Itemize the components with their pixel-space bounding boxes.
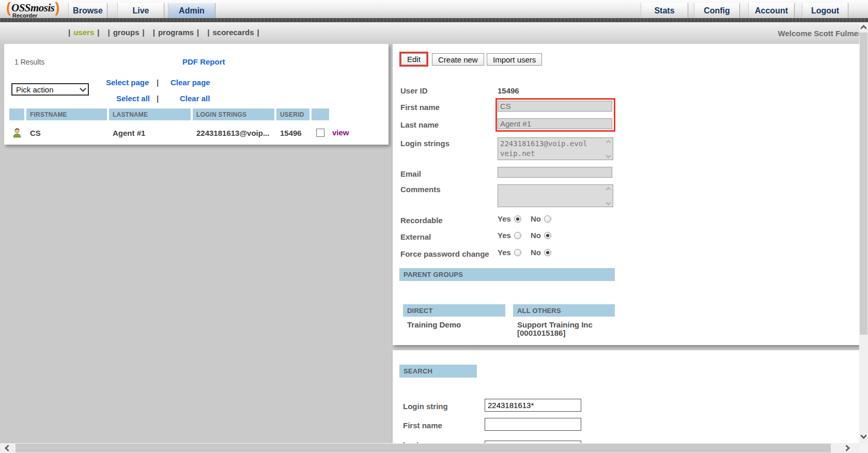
- table-row: CS Agent #1 2243181613@voip... 15496: [9, 125, 329, 140]
- last-name-field: [498, 118, 612, 129]
- user-avatar-icon: [12, 128, 22, 138]
- cell-firstname: CS: [26, 125, 107, 140]
- select-page-link[interactable]: Select page: [106, 78, 149, 87]
- external-yes-radio[interactable]: [514, 232, 521, 239]
- scroll-down-arrow-icon[interactable]: [860, 432, 867, 439]
- nav-item-programs[interactable]: | programs |: [153, 28, 199, 37]
- results-panel: 1 Results PDF Report Select page | Clear…: [4, 44, 389, 145]
- header-firstname: FIRSTNAME: [26, 108, 107, 120]
- header-actions-col: [312, 108, 329, 120]
- create-new-button[interactable]: Create new: [432, 53, 484, 66]
- scroll-up-icon[interactable]: [606, 187, 611, 192]
- logo-swoosh-left: (: [6, 0, 11, 16]
- row-checkbox[interactable]: [316, 129, 324, 137]
- scroll-left-arrow-icon[interactable]: [5, 445, 11, 451]
- recordable-radio-group: Yes No: [498, 214, 557, 223]
- table-header-row: FIRSTNAME LASTNAME LOGIN STRINGS USERID: [9, 108, 329, 120]
- edit-annotation-highlight: Edit: [399, 52, 428, 67]
- external-no-radio[interactable]: [544, 232, 551, 239]
- last-name-label: Last name: [400, 120, 439, 129]
- nav-item-users[interactable]: | users |: [68, 28, 99, 37]
- force-password-no-radio[interactable]: [544, 249, 551, 256]
- select-all-link[interactable]: Select all: [116, 94, 150, 103]
- force-password-radio-group: Yes No: [498, 248, 557, 257]
- search-panel: SEARCH Login string First name Last name: [393, 350, 859, 443]
- login-strings-label: Login strings: [400, 139, 450, 148]
- scroll-up-icon[interactable]: [606, 140, 611, 145]
- vertical-scroll-thumb[interactable]: [860, 33, 867, 335]
- search-login-string-input[interactable]: [485, 399, 581, 412]
- vertical-scrollbar[interactable]: [859, 22, 868, 443]
- recordable-label: Recordable: [400, 216, 443, 225]
- cell-userid: 15496: [276, 125, 309, 140]
- all-others-group-item: Support Training Inc [0001015186]: [517, 321, 608, 337]
- search-login-string-label: Login string: [403, 402, 448, 411]
- sub-navbar: | users | | groups | | programs | | scor…: [0, 22, 868, 44]
- user-id-value: 15496: [498, 86, 519, 95]
- force-password-yes-radio[interactable]: [514, 249, 521, 256]
- user-id-label: User ID: [400, 86, 428, 95]
- horizontal-scroll-thumb[interactable]: [16, 444, 831, 452]
- cell-lastname: Agent #1: [109, 125, 191, 140]
- tab-admin[interactable]: Admin: [168, 3, 215, 18]
- force-password-change-label: Force password change: [400, 249, 489, 258]
- login-strings-field: 2243181613@voip.evolveip.net: [498, 137, 613, 160]
- nav-item-scorecards[interactable]: | scorecards |: [207, 28, 259, 37]
- email-field: [498, 167, 612, 178]
- logo-swoosh-right: ): [55, 0, 60, 16]
- external-radio-group: Yes No: [498, 231, 557, 240]
- search-first-name-input[interactable]: [485, 418, 581, 431]
- tab-browse[interactable]: Browse: [68, 3, 107, 18]
- first-name-field: [498, 101, 612, 112]
- header-login-strings: LOGIN STRINGS: [193, 108, 274, 120]
- comments-label: Comments: [400, 185, 441, 194]
- external-label: External: [400, 232, 431, 241]
- cell-login-strings: 2243181613@voip...: [193, 125, 274, 140]
- import-users-button[interactable]: Import users: [487, 53, 542, 66]
- tab-account[interactable]: Account: [748, 3, 795, 18]
- direct-groups-header: DIRECT: [403, 304, 505, 317]
- tab-logout[interactable]: Logout: [802, 3, 848, 18]
- admin-section-nav: | users | | groups | | programs | | scor…: [68, 28, 259, 37]
- email-label: Email: [400, 169, 421, 178]
- direct-group-item: Training Demo: [407, 321, 461, 329]
- navbar-divider: [0, 18, 868, 22]
- comments-field: [498, 184, 613, 207]
- textarea-scrollbar[interactable]: [605, 138, 612, 159]
- nav-item-groups[interactable]: | groups |: [107, 28, 144, 37]
- scroll-down-icon[interactable]: [606, 200, 611, 206]
- welcome-user-text: Welcome Scott Fulmer: [778, 29, 861, 38]
- tab-live[interactable]: Live: [117, 3, 164, 18]
- top-navbar: ( OSSmosis ) Recorder Browse Live Admin …: [0, 0, 868, 18]
- results-count: 1 Results: [14, 58, 44, 66]
- pdf-report-link[interactable]: PDF Report: [182, 57, 225, 66]
- view-link[interactable]: view: [332, 128, 349, 137]
- all-others-header: ALL OTHERS: [513, 304, 615, 317]
- header-icon-col: [9, 108, 24, 120]
- header-userid: USERID: [276, 108, 309, 120]
- edit-button[interactable]: Edit: [401, 53, 427, 65]
- scroll-down-icon[interactable]: [606, 153, 611, 159]
- horizontal-scrollbar[interactable]: [0, 443, 859, 453]
- clear-all-link[interactable]: Clear all: [180, 94, 210, 103]
- user-detail-panel: Edit Create new Import users User ID 154…: [393, 44, 859, 345]
- recordable-no-radio[interactable]: [544, 215, 551, 223]
- chevron-down-icon: [80, 85, 86, 92]
- scroll-right-arrow-icon[interactable]: [843, 445, 850, 451]
- recordable-yes-radio[interactable]: [514, 215, 521, 223]
- header-lastname: LASTNAME: [109, 108, 191, 120]
- scroll-up-arrow-icon[interactable]: [860, 25, 867, 32]
- parent-groups-header: PARENT GROUPS: [399, 268, 615, 281]
- clear-page-link[interactable]: Clear page: [171, 78, 210, 87]
- textarea-scrollbar[interactable]: [605, 185, 612, 206]
- app-logo: ( OSSmosis ) Recorder: [6, 0, 60, 18]
- tab-config[interactable]: Config: [694, 3, 740, 18]
- pick-action-dropdown[interactable]: Pick action: [11, 83, 89, 96]
- search-first-name-label: First name: [403, 421, 442, 430]
- first-name-label: First name: [400, 103, 440, 112]
- tab-stats[interactable]: Stats: [641, 3, 688, 18]
- scrollbar-corner: [859, 443, 868, 453]
- search-header: SEARCH: [399, 365, 477, 378]
